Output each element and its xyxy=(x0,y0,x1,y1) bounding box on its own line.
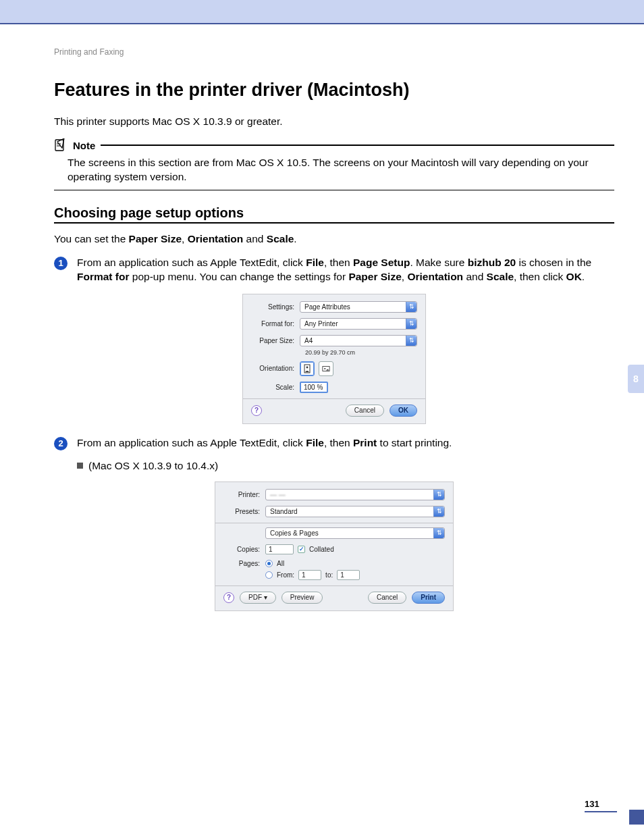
format-for-select[interactable]: Any Printer⇅ xyxy=(300,318,417,330)
running-head: Printing and Faxing xyxy=(54,47,614,57)
page-setup-dialog: Settings: Page Attributes⇅ Format for: A… xyxy=(242,294,426,424)
t: OK xyxy=(566,271,582,282)
cancel-button[interactable]: Cancel xyxy=(368,592,406,604)
chapter-tab: 8 xyxy=(628,365,644,393)
t: Page Setup xyxy=(353,257,410,268)
page-number: 131 xyxy=(585,799,617,812)
t: Paper Size xyxy=(129,233,182,244)
pages-from-input[interactable]: 1 xyxy=(298,570,321,580)
step-badge-2: 2 xyxy=(54,437,68,450)
panel-select[interactable]: Copies & Pages⇅ xyxy=(265,527,445,539)
svg-point-6 xyxy=(324,368,325,369)
pages-to-input[interactable]: 1 xyxy=(337,570,360,580)
step-2: 2 From an application such as Apple Text… xyxy=(54,436,614,450)
t: , then xyxy=(324,437,353,448)
note-block: Note The screens in this section are fro… xyxy=(54,138,614,190)
dialog-separator xyxy=(215,523,453,523)
paper-dimensions: 20.99 by 29.70 cm xyxy=(305,349,417,356)
t: Print xyxy=(353,437,377,448)
note-label: Note xyxy=(73,140,95,151)
step-1-body: From an application such as Apple TextEd… xyxy=(77,256,614,284)
chevron-updown-icon: ⇅ xyxy=(433,506,444,517)
note-icon xyxy=(54,138,68,152)
t: . xyxy=(582,271,585,282)
step-badge-1: 1 xyxy=(54,257,68,270)
chevron-updown-icon: ⇅ xyxy=(406,319,417,329)
pages-all-label: All xyxy=(277,560,284,567)
orientation-portrait-button[interactable] xyxy=(300,361,315,376)
chevron-updown-icon: ⇅ xyxy=(406,302,417,312)
section-rule xyxy=(54,222,614,224)
square-bullet-icon xyxy=(77,463,83,469)
t: Page Attributes xyxy=(304,303,350,311)
collated-checkbox[interactable]: ✓ xyxy=(298,546,305,553)
os-version-bullet: (Mac OS X 10.3.9 to 10.4.x) xyxy=(77,460,614,472)
help-button[interactable]: ? xyxy=(223,592,234,603)
t: File xyxy=(306,437,324,448)
svg-point-4 xyxy=(306,366,308,368)
orientation-landscape-button[interactable] xyxy=(319,361,333,376)
t: , then xyxy=(324,257,353,268)
preview-button[interactable]: Preview xyxy=(281,592,323,604)
t: to start printing. xyxy=(377,437,452,448)
landscape-icon xyxy=(322,364,330,373)
printer-select[interactable]: — —⇅ xyxy=(265,489,445,500)
settings-select[interactable]: Page Attributes⇅ xyxy=(300,301,417,313)
pages-from-label: From: xyxy=(277,571,294,579)
printer-label: Printer: xyxy=(223,491,265,498)
pages-label: Pages: xyxy=(223,560,265,567)
note-rule-bottom xyxy=(54,190,614,191)
t: Orientation xyxy=(188,233,244,244)
note-rule-top xyxy=(101,145,614,146)
t: A4 xyxy=(304,337,313,344)
cancel-button[interactable]: Cancel xyxy=(346,405,384,417)
page-number-rule xyxy=(585,811,617,812)
chevron-updown-icon: ⇅ xyxy=(406,336,417,346)
pages-to-label: to: xyxy=(325,571,333,579)
t: , then click xyxy=(514,271,566,282)
pdf-button[interactable]: PDF ▾ xyxy=(240,592,276,604)
paper-size-label: Paper Size: xyxy=(251,337,300,344)
t: is chosen in the xyxy=(516,257,591,268)
orientation-label: Orientation: xyxy=(251,365,300,372)
t: You can set the xyxy=(54,233,129,244)
section-heading: Choosing page setup options xyxy=(54,205,614,221)
t: Format for xyxy=(77,271,130,282)
paper-size-select[interactable]: A4⇅ xyxy=(300,335,417,346)
t: Orientation xyxy=(407,271,463,282)
step-2-body: From an application such as Apple TextEd… xyxy=(77,436,452,450)
format-for-label: Format for: xyxy=(251,320,300,328)
t: Any Printer xyxy=(304,320,338,328)
t: . xyxy=(294,233,296,244)
section-lead: You can set the Paper Size, Orientation … xyxy=(54,233,614,245)
print-button[interactable]: Print xyxy=(412,592,445,604)
t: and xyxy=(243,233,266,244)
corner-block xyxy=(629,810,644,825)
dialog-separator xyxy=(215,585,453,586)
t: From an application such as Apple TextEd… xyxy=(77,257,306,268)
bullet-text: (Mac OS X 10.3.9 to 10.4.x) xyxy=(88,460,218,472)
chevron-updown-icon: ⇅ xyxy=(433,528,444,538)
presets-select[interactable]: Standard⇅ xyxy=(265,506,445,517)
t: bizhub 20 xyxy=(468,257,516,268)
t: pop-up menu. You can change the settings… xyxy=(130,271,349,282)
pages-from-radio[interactable] xyxy=(265,571,273,579)
printer-value-redacted: — — xyxy=(270,491,286,498)
copies-label: Copies: xyxy=(223,546,265,553)
t: File xyxy=(306,257,324,268)
print-dialog: Printer: — —⇅ Presets: Standard⇅ Copies … xyxy=(215,481,454,611)
help-button[interactable]: ? xyxy=(251,405,262,416)
scale-label: Scale: xyxy=(251,384,300,391)
scale-input[interactable]: 100 % xyxy=(300,382,328,393)
pages-all-radio[interactable] xyxy=(265,560,273,567)
page-title: Features in the printer driver (Macintos… xyxy=(54,80,614,101)
t: Paper Size xyxy=(348,271,401,282)
step-1: 1 From an application such as Apple Text… xyxy=(54,256,614,284)
copies-input[interactable]: 1 xyxy=(265,544,294,554)
t: From an application such as Apple TextEd… xyxy=(77,437,306,448)
t: Scale xyxy=(487,271,514,282)
t: Copies & Pages xyxy=(270,529,319,537)
portrait-icon xyxy=(303,364,311,373)
ok-button[interactable]: OK xyxy=(390,405,417,417)
intro-text: This printer supports Mac OS X 10.3.9 or… xyxy=(54,115,614,128)
